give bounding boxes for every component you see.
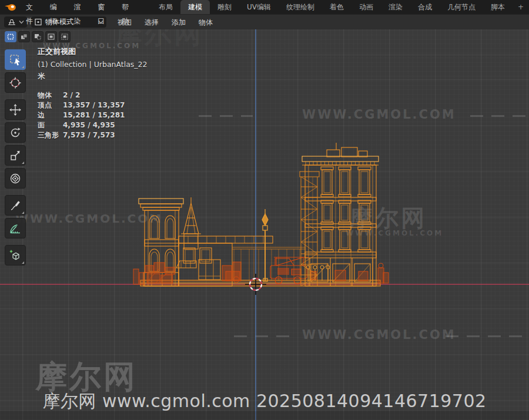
street-posts	[306, 266, 330, 281]
workspace-tabs: 布局 建模 雕刻 UV编辑 纹理绘制 着色 动画 渲染 合成 几何节点 脚本 +	[151, 0, 529, 14]
ground-strip	[140, 280, 380, 286]
editor-type-icon	[7, 18, 16, 26]
stat-objects: 物体 2 / 2	[38, 90, 148, 100]
menu-select[interactable]: 选择	[138, 15, 165, 29]
toolbar	[5, 49, 26, 268]
tab-scripting[interactable]: 脚本	[483, 0, 513, 14]
tab-compositing[interactable]: 合成	[410, 0, 440, 14]
select-mode-row	[5, 31, 71, 42]
menu-file[interactable]: 文件	[19, 0, 43, 14]
menu-render[interactable]: 渲染	[68, 0, 92, 14]
tab-animation[interactable]: 动画	[351, 0, 381, 14]
stat-label: 物体	[38, 90, 63, 100]
fire-escape	[300, 172, 319, 286]
tab-texture-paint[interactable]: 纹理绘制	[279, 0, 322, 14]
watermark-dashes	[446, 335, 529, 337]
street-lamp	[262, 209, 268, 281]
select-mode-subtract[interactable]	[32, 31, 43, 42]
menu-help[interactable]: 帮助	[115, 0, 139, 14]
view-label: 正交前视图	[38, 46, 148, 57]
select-mode-extend[interactable]	[18, 31, 30, 42]
tab-layout[interactable]: 布局	[151, 0, 180, 14]
left-building-props	[133, 262, 241, 284]
stat-value: 4,935 / 4,935	[63, 120, 115, 130]
right-building-props	[335, 263, 389, 283]
right-building-wireframe	[302, 143, 379, 286]
middle-fence	[232, 247, 305, 281]
mode-selector[interactable]: 物体模式	[31, 16, 106, 28]
tool-annotate[interactable]	[5, 195, 26, 216]
viewport-scene	[0, 29, 529, 420]
blender-window: 文件 编辑 渲染 窗口 帮助 布局 建模 雕刻 UV编辑 纹理绘制 着色 动画 …	[0, 0, 529, 420]
watermark-url: WWW.CGMOL.COM	[302, 107, 456, 122]
stat-value: 13,357 / 13,357	[63, 100, 125, 110]
menu-object[interactable]: 物体	[192, 15, 219, 29]
tab-sculpting[interactable]: 雕刻	[210, 0, 239, 14]
tool-scale[interactable]	[5, 145, 26, 166]
watermark-url: WWW.CGMOL.COM	[346, 229, 443, 237]
watermark-logo: 摩尔网	[349, 202, 427, 234]
object-mode-icon	[34, 18, 42, 26]
left-building-wireframe	[139, 197, 273, 286]
watermark-logo: 摩尔网	[35, 356, 138, 399]
top-menu-bar: 文件 编辑 渲染 窗口 帮助 布局 建模 雕刻 UV编辑 纹理绘制 着色 动画 …	[0, 0, 529, 14]
cursor-3d	[245, 274, 266, 295]
tab-shading[interactable]: 着色	[322, 0, 351, 14]
stat-vertices: 顶点 13,357 / 13,357	[38, 100, 148, 110]
tab-geometry-nodes[interactable]: 几何节点	[440, 0, 483, 14]
stat-faces: 面 4,935 / 4,935	[38, 120, 148, 130]
tool-measure[interactable]	[5, 218, 26, 238]
stat-triangles: 三角形 7,573 / 7,573	[38, 130, 148, 140]
add-workspace-button[interactable]: +	[513, 0, 529, 14]
unit-label: 米	[38, 72, 148, 82]
select-mode-new[interactable]	[5, 31, 16, 42]
tool-transform[interactable]	[5, 168, 26, 189]
tool-move[interactable]	[5, 99, 26, 120]
stat-label: 边	[38, 110, 63, 120]
viewport-overlay-text: 正交前视图 (1) Collection | UrbanAtlas_22 米 物…	[38, 46, 148, 140]
stat-label: 面	[38, 120, 63, 130]
stat-label: 三角形	[38, 130, 63, 140]
watermark-dashes	[199, 115, 253, 117]
scene-statistics: 物体 2 / 2 顶点 13,357 / 13,357 边 15,281 / 1…	[38, 90, 148, 140]
watermark-url: WWW.CGMOL.COM	[43, 42, 140, 50]
watermark-url: WWW.CGMOL.COM	[15, 211, 163, 226]
menu-window[interactable]: 窗口	[91, 0, 115, 14]
tool-add-cube[interactable]	[5, 245, 26, 266]
stat-edges: 边 15,281 / 15,281	[38, 110, 148, 120]
menu-add[interactable]: 添加	[165, 15, 192, 29]
select-mode-invert[interactable]	[45, 31, 57, 42]
tool-rotate[interactable]	[5, 122, 26, 143]
viewport-3d[interactable]: WWW.CGMOL.COM 摩尔网 WWW.CGMOL.COM WWW.CGMO…	[0, 29, 529, 420]
tab-uv-editing[interactable]: UV编辑	[239, 0, 279, 14]
tab-rendering[interactable]: 渲染	[381, 0, 410, 14]
tab-modeling[interactable]: 建模	[180, 0, 210, 14]
stat-value: 2 / 2	[63, 90, 80, 100]
watermark-dashes	[470, 115, 529, 117]
editor-type-button[interactable]	[4, 16, 27, 28]
watermark-url: WWW.CGMOL.COM	[302, 328, 456, 342]
menu-edit[interactable]: 编辑	[43, 0, 68, 14]
tool-select-box[interactable]	[5, 49, 26, 70]
collection-label: (1) Collection | UrbanAtlas_22	[38, 60, 148, 69]
stat-label: 顶点	[38, 100, 63, 110]
stat-value: 15,281 / 15,281	[63, 110, 125, 120]
blender-logo-icon	[4, 3, 17, 12]
street-vehicles	[270, 257, 316, 284]
watermark-dashes	[234, 335, 296, 337]
tool-cursor[interactable]	[5, 72, 26, 93]
stat-value: 7,573 / 7,573	[63, 130, 115, 140]
chevron-down-icon	[19, 20, 24, 24]
select-mode-intersect[interactable]	[59, 31, 71, 42]
